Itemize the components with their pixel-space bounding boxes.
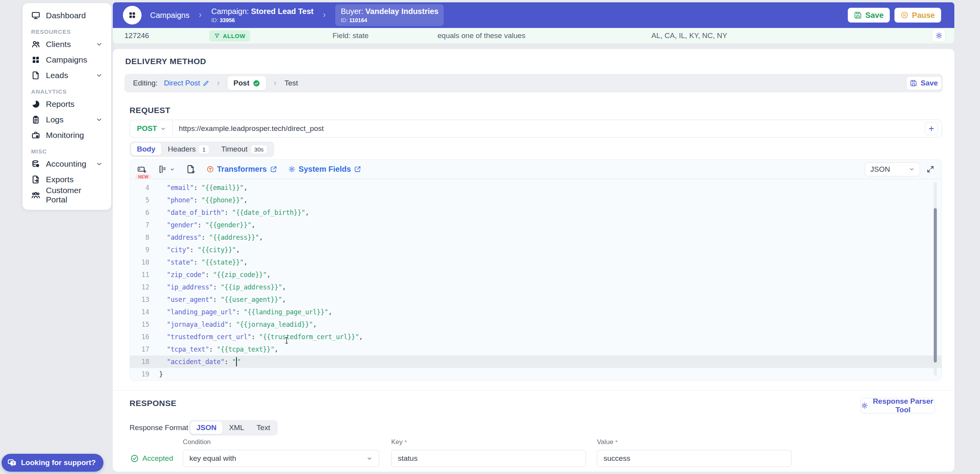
chevron-down-icon: [96, 72, 103, 79]
pie-icon: [31, 99, 40, 109]
request-url-input[interactable]: https://example.leadprosper.tech/direct_…: [173, 124, 324, 133]
response-parser-tool-button[interactable]: Response Parser Tool: [861, 398, 935, 413]
support-button[interactable]: ? Looking for support?: [2, 454, 103, 472]
code-line-18[interactable]: 18 "accident_date": "": [130, 356, 942, 368]
tab-timeout[interactable]: Timeout30s: [215, 143, 273, 155]
insert-field-button[interactable]: NEW: [137, 164, 147, 174]
request-body-editor: NEW Transformers System Fields: [130, 159, 942, 381]
add-request-button[interactable]: [925, 122, 938, 135]
value-label: Value*: [597, 438, 618, 446]
condition-select[interactable]: key equal with: [183, 450, 379, 467]
chevron-right-icon: [215, 80, 221, 86]
delivery-save-button[interactable]: Save: [906, 76, 942, 90]
code-line-17[interactable]: 17 "tcpa_text": "{{tcpa_text}}",: [130, 343, 942, 356]
sidebar-item-logs[interactable]: Logs: [23, 112, 111, 127]
editor-scrollbar-thumb[interactable]: [934, 208, 937, 362]
sidebar-item-clients[interactable]: Clients: [23, 37, 111, 52]
code-line-15[interactable]: 15 "jornaya_leadid": "{{jornaya_leadid}}…: [130, 318, 942, 331]
filter-row[interactable]: 127246 ALLOW Field: state equals one of …: [113, 28, 954, 44]
sidebar-item-label: Campaigns: [46, 55, 87, 64]
format-tab-json[interactable]: JSON: [191, 422, 222, 434]
transformers-link[interactable]: Transformers: [206, 165, 277, 174]
filter-condition: equals one of these values: [438, 28, 525, 44]
code-line-16[interactable]: 16 "trustedform_cert_url": "{{trustedfor…: [130, 331, 942, 343]
sidebar-item-accounting[interactable]: Accounting: [23, 156, 111, 172]
breadcrumb-campaigns[interactable]: Campaigns: [150, 11, 189, 20]
line-number: 15: [130, 321, 149, 328]
line-number: 8: [130, 234, 149, 241]
code-line-10[interactable]: 10 "state": "{{state}}",: [130, 256, 942, 268]
accepted-status: Accepted: [130, 450, 173, 467]
filter-settings-button[interactable]: [932, 29, 946, 42]
line-number: 19: [130, 370, 149, 378]
code-line-19[interactable]: 19}: [130, 368, 942, 380]
code-line-7[interactable]: 7 "gender": "{{gender}}",: [130, 219, 942, 231]
code-line-12[interactable]: 12 "ip_address": "{{ip_address}}",: [130, 281, 942, 293]
editor-toolbar: NEW Transformers System Fields: [130, 160, 942, 179]
system-fields-link[interactable]: System Fields: [288, 165, 362, 174]
filter-values: AL, CA, IL, KY, NC, NY: [651, 28, 727, 44]
svg-text:?: ?: [12, 461, 14, 465]
chevron-down-icon: [160, 126, 166, 132]
code-line-11[interactable]: 11 "zip_code": "{{zip_code}}",: [130, 268, 942, 281]
grid-icon: [128, 11, 136, 19]
code-line-4[interactable]: 4 "email": "{{email}}",: [130, 181, 942, 194]
pause-button[interactable]: Pause: [894, 8, 941, 23]
campaign-app-button[interactable]: [123, 6, 142, 24]
chevron-down-icon: [96, 41, 103, 48]
step-post[interactable]: Post: [228, 76, 266, 90]
headers-count-badge: 1: [199, 145, 208, 153]
sidebar-item-dashboard[interactable]: Dashboard: [23, 8, 111, 23]
sidebar-section-resources: RESOURCES: [23, 23, 111, 37]
sidebar-item-label: Leads: [46, 71, 68, 80]
chevron-right-icon: [197, 12, 203, 18]
sidebar-item-label: Exports: [46, 175, 74, 184]
plus-icon: [928, 125, 935, 132]
code-line-14[interactable]: 14 "landing_page_url": "{{landing_page_u…: [130, 306, 942, 318]
delivery-method-card: DELIVERY METHOD Editing: Direct Post Pos…: [113, 49, 954, 472]
editing-direct-post-link[interactable]: Direct Post: [164, 79, 209, 87]
sidebar-item-reports[interactable]: Reports: [23, 96, 111, 112]
new-badge: NEW: [135, 174, 151, 179]
format-menu-button[interactable]: [158, 164, 175, 174]
floppy-icon: [910, 80, 917, 87]
funnel-icon: [214, 33, 220, 39]
step-test[interactable]: Test: [284, 79, 298, 87]
sidebar-item-monitoring[interactable]: Monitoring: [23, 127, 111, 143]
sidebar-item-campaigns[interactable]: Campaigns: [23, 52, 111, 68]
fullscreen-button[interactable]: [926, 165, 934, 173]
sidebar-item-customer-portal[interactable]: Customer Portal: [23, 187, 111, 203]
code-line-9[interactable]: 9 "city": "{{city}}",: [130, 244, 942, 256]
floppy-icon: [854, 11, 862, 19]
line-number: 17: [130, 345, 149, 353]
users-icon: [31, 40, 40, 49]
chevron-right-icon: [321, 12, 327, 18]
breadcrumb-campaign[interactable]: Campaign: Stored Lead Test ID: 33956: [211, 7, 313, 23]
sidebar-item-leads[interactable]: Leads: [23, 68, 111, 83]
breadcrumb-buyer[interactable]: Buyer: Vandelay Industries ID: 110164: [335, 4, 444, 26]
code-line-13[interactable]: 13 "user_agent": "{{user_agent}}",: [130, 293, 942, 306]
document-add-button[interactable]: [186, 164, 196, 174]
save-button[interactable]: Save: [848, 8, 890, 23]
line-number: 4: [130, 184, 149, 192]
code-line-8[interactable]: 8 "address": "{{address}}",: [130, 231, 942, 244]
line-number: 18: [130, 358, 149, 366]
sidebar-section-misc: MISC: [23, 143, 111, 156]
line-number: 10: [130, 258, 149, 266]
language-select[interactable]: JSON: [865, 162, 920, 176]
tab-headers[interactable]: Headers1: [162, 143, 215, 155]
dashboard-icon: [31, 11, 40, 20]
method-select[interactable]: POST: [130, 120, 173, 137]
code-line-5[interactable]: 5 "phone": "{{phone}}",: [130, 194, 942, 206]
response-format-label: Response Format*: [130, 420, 193, 436]
format-tab-text[interactable]: Text: [251, 422, 276, 434]
value-input[interactable]: success: [597, 450, 791, 467]
required-asterisk: *: [615, 439, 618, 445]
sidebar-item-exports[interactable]: Exports: [23, 172, 111, 187]
sidebar-item-label: Dashboard: [46, 11, 86, 20]
file-export-icon: [31, 175, 40, 184]
key-input[interactable]: status: [391, 450, 586, 467]
format-tab-xml[interactable]: XML: [223, 422, 250, 434]
code-line-6[interactable]: 6 "date_of_birth": "{{date_of_birth}}",: [130, 206, 942, 219]
tab-body[interactable]: Body: [131, 143, 161, 155]
